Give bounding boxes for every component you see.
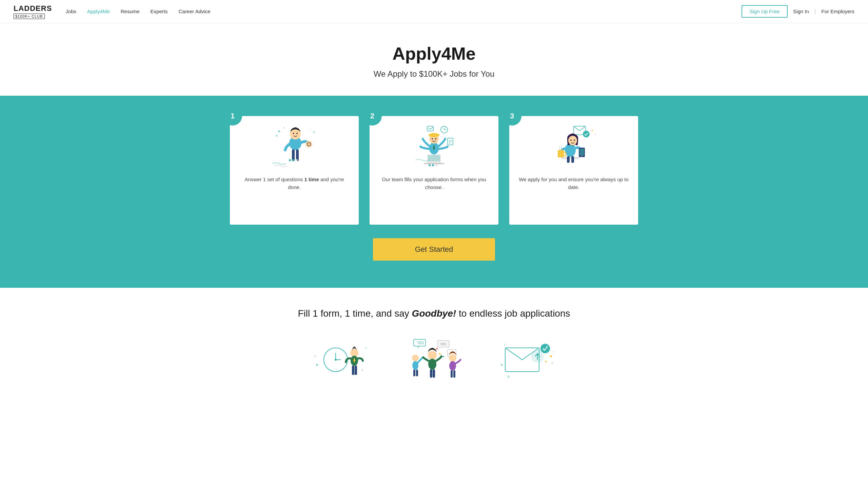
svg-text:YES: YES: [440, 342, 446, 346]
svg-rect-52: [567, 156, 570, 163]
nav-jobs[interactable]: Jobs: [65, 8, 76, 14]
bottom-illo-1: × ×: [305, 336, 373, 383]
svg-point-4: [309, 129, 310, 130]
svg-point-72: [412, 355, 419, 361]
bottom-section: Fill 1 form, 1 time, and say Goodbye! to…: [0, 288, 868, 397]
step-1-wrap: 1: [230, 116, 359, 225]
step-3-badge: 3: [502, 107, 521, 126]
svg-point-9: [305, 141, 312, 148]
svg-rect-86: [453, 370, 455, 378]
svg-rect-61: [355, 365, 357, 375]
svg-point-49: [581, 155, 583, 157]
step-3-wrap: 3: [509, 116, 638, 225]
svg-rect-51: [561, 157, 579, 159]
svg-point-29: [435, 138, 436, 139]
svg-point-92: [553, 351, 554, 353]
svg-point-35: [435, 164, 437, 166]
get-started-button[interactable]: Get Started: [373, 238, 495, 261]
svg-rect-48: [579, 149, 584, 155]
svg-point-84: [449, 361, 456, 371]
svg-point-90: [540, 344, 550, 353]
svg-point-91: [550, 355, 552, 357]
svg-point-28: [432, 138, 433, 139]
nav-right: Sign Up Free Sign In | For Employers: [742, 5, 854, 18]
svg-point-1: [283, 127, 285, 129]
svg-rect-85: [451, 370, 453, 378]
navbar: LADDERS $100K+ CLUB Jobs Apply4Me Resume…: [0, 0, 868, 23]
logo-name: LADDERS: [14, 4, 52, 13]
step-1-illustration: [267, 123, 321, 170]
svg-point-7: [293, 133, 294, 134]
bottom-title-before: Fill 1 form, 1 time, and say: [298, 308, 412, 319]
nav-resume[interactable]: Resume: [121, 8, 140, 14]
svg-rect-74: [413, 370, 415, 376]
svg-marker-2: [276, 134, 278, 136]
svg-point-64: [316, 364, 318, 366]
svg-text:✦: ✦: [544, 359, 548, 364]
bottom-illo-3: ↑ × ✦: [495, 336, 563, 383]
page-title: Apply4Me: [7, 43, 861, 64]
svg-rect-79: [433, 369, 435, 378]
svg-rect-60: [352, 365, 354, 375]
svg-rect-20: [448, 138, 453, 145]
step-2-text: Our team fills your application forms wh…: [378, 176, 490, 191]
nav-career-advice[interactable]: Career Advice: [178, 8, 210, 14]
for-employers-button[interactable]: For Employers: [821, 8, 854, 14]
svg-text:×: ×: [314, 354, 316, 359]
svg-point-46: [574, 139, 575, 141]
bottom-title: Fill 1 form, 1 time, and say Goodbye! to…: [14, 308, 854, 319]
steps-row: 1: [27, 116, 841, 225]
signup-button[interactable]: Sign Up Free: [742, 5, 788, 18]
svg-rect-82: [436, 348, 438, 350]
svg-text:×: ×: [361, 367, 364, 373]
svg-rect-31: [428, 155, 440, 161]
svg-rect-78: [430, 369, 432, 378]
svg-rect-50: [558, 150, 564, 157]
get-started-section: Get Started: [27, 238, 841, 261]
bottom-illo-2: YES YES ?: [400, 336, 468, 383]
svg-point-14: [292, 159, 294, 161]
step-3-text: We apply for you and ensure you're alway…: [517, 176, 630, 191]
svg-point-45: [570, 139, 572, 141]
bottom-title-after: to endless job applications: [456, 308, 570, 319]
svg-point-0: [278, 130, 280, 132]
teal-section: 1: [0, 96, 868, 288]
svg-point-65: [366, 347, 367, 349]
step-2-illustration: [407, 123, 461, 170]
svg-rect-80: [439, 353, 441, 355]
svg-point-37: [583, 131, 590, 137]
logo[interactable]: LADDERS $100K+ CLUB: [14, 4, 52, 19]
svg-point-39: [594, 134, 596, 135]
step-2-number: 2: [370, 112, 374, 120]
svg-rect-75: [416, 370, 418, 376]
step-2-card: Our team fills your application forms wh…: [370, 116, 498, 225]
step-3-card: We apply for you and ensure you're alway…: [509, 116, 638, 225]
svg-rect-16: [427, 126, 433, 131]
svg-point-94: [501, 364, 503, 366]
svg-point-8: [296, 133, 298, 134]
svg-rect-53: [571, 156, 574, 163]
step-3-illustration: [547, 123, 601, 170]
svg-point-34: [432, 164, 434, 166]
nav-experts[interactable]: Experts: [151, 8, 168, 14]
svg-text:YES: YES: [417, 341, 424, 345]
nav-apply4me[interactable]: Apply4Me: [87, 8, 110, 14]
svg-point-83: [449, 354, 456, 362]
step-1-card: Answer 1 set of questions 1 time and you…: [230, 116, 359, 225]
svg-point-76: [428, 351, 437, 360]
hero-section: Apply4Me We Apply to $100K+ Jobs for You: [0, 23, 868, 79]
step-1-text: Answer 1 set of questions 1 time and you…: [238, 176, 351, 191]
svg-text:×: ×: [551, 360, 554, 366]
svg-text:↑: ↑: [504, 342, 506, 347]
bottom-title-italic: Goodbye!: [412, 308, 456, 319]
logo-sub: $100K+ CLUB: [14, 14, 45, 19]
step-1-number: 1: [231, 112, 235, 120]
svg-point-38: [592, 130, 593, 131]
svg-rect-32: [424, 163, 444, 164]
svg-point-15: [296, 159, 298, 161]
signin-button[interactable]: Sign In: [793, 8, 809, 14]
svg-rect-81: [442, 356, 445, 357]
svg-point-97: [507, 375, 510, 378]
hero-subtitle: We Apply to $100K+ Jobs for You: [7, 69, 861, 79]
svg-point-13: [289, 159, 291, 161]
